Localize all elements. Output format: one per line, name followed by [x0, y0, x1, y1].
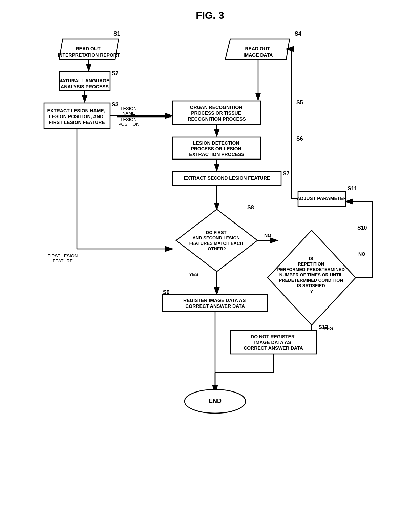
page: FIG. 3 S1 READ OUT INTERPRETATION REPORT…: [0, 0, 420, 530]
lesion-name-label: LESION: [121, 106, 137, 111]
first-lesion-feat-label: FIRST LESION: [48, 253, 78, 258]
s1-label: S1: [113, 31, 120, 37]
s8-label: S8: [247, 205, 254, 210]
s12-label: S12: [318, 324, 328, 330]
end-text: END: [209, 398, 222, 404]
s5-text: ORGAN RECOGNITION PROCESS OR TISSUE RECO…: [188, 105, 246, 122]
s5-label: S5: [296, 100, 303, 105]
s9-text: REGISTER IMAGE DATA AS CORRECT ANSWER DA…: [183, 298, 247, 309]
s7-label: S7: [283, 171, 290, 176]
flowchart: FIG. 3 S1 READ OUT INTERPRETATION REPORT…: [0, 0, 420, 530]
s10-no-label: NO: [358, 251, 365, 257]
s9-label: S9: [163, 289, 170, 295]
s11-label: S11: [348, 186, 357, 191]
s6-text: LESION DETECTION PROCESS OR LESION EXTRA…: [189, 140, 244, 157]
first-lesion-feat-label2: FEATURE: [52, 258, 73, 263]
s2-label: S2: [112, 70, 119, 76]
s4-label: S4: [295, 31, 301, 37]
s11-text: ADJUST PARAMETER: [297, 196, 347, 201]
s3-text: EXTRACT LESION NAME, LESION POSITION, AN…: [47, 108, 106, 125]
s3-label: S3: [112, 102, 119, 107]
s10-label: S10: [357, 225, 367, 231]
s8-yes-label: YES: [189, 272, 198, 277]
lesion-pos-label: LESION: [121, 117, 137, 122]
lesion-pos-label2: POSITION: [118, 122, 139, 127]
fig-title: FIG. 3: [196, 9, 224, 21]
lesion-name-label2: NAME: [122, 111, 135, 116]
s6-label: S6: [296, 136, 303, 142]
s8-no-label: NO: [264, 233, 271, 238]
s7-text: EXTRACT SECOND LESION FEATURE: [184, 175, 270, 181]
